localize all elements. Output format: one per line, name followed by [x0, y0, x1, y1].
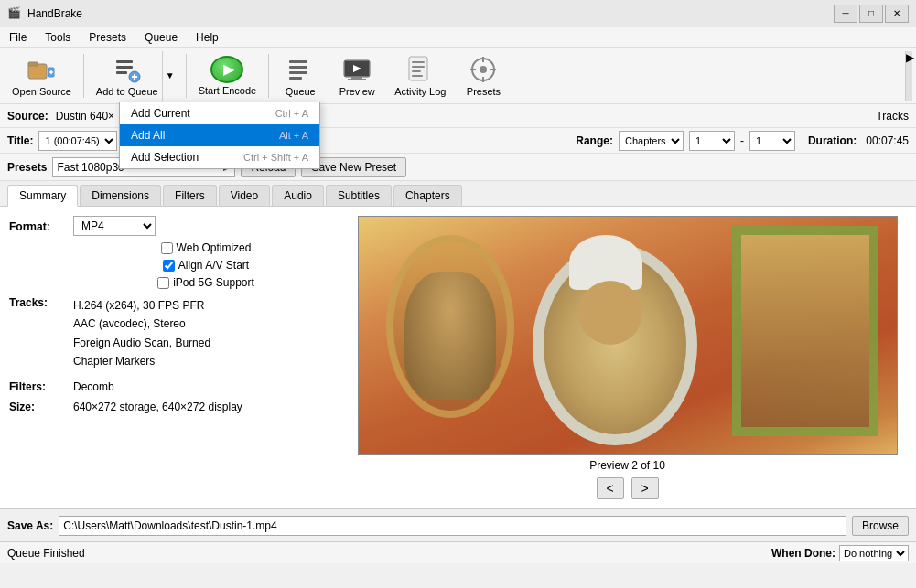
menu-help[interactable]: Help — [187, 27, 228, 47]
queue-button[interactable]: Queue — [273, 51, 328, 101]
tracks-content: H.264 (x264), 30 FPS PFR AAC (avcodec), … — [73, 296, 210, 371]
app-title: HandBrake — [27, 7, 834, 20]
preview-navigation: < > — [597, 477, 659, 499]
saveas-input[interactable] — [59, 516, 846, 536]
titlebar: 🎬 HandBrake ─ □ ✕ — [0, 0, 916, 27]
duration-label: Duration: — [808, 134, 857, 147]
queue-icon — [286, 55, 315, 84]
when-done-section: When Done: Do nothing — [771, 545, 909, 561]
activity-log-icon — [405, 55, 435, 84]
svg-rect-12 — [289, 66, 307, 69]
svg-rect-20 — [409, 57, 427, 80]
add-to-queue-icon — [113, 55, 142, 84]
menu-tools[interactable]: Tools — [36, 27, 80, 47]
preview-image — [358, 216, 898, 455]
track-4: Chapter Markers — [73, 352, 210, 370]
dropdown-add-selection[interactable]: Add Selection Ctrl + Shift + A — [120, 146, 319, 168]
when-done-label: When Done: — [771, 547, 835, 560]
preview-next-button[interactable]: > — [631, 477, 659, 499]
duration-value: 00:07:45 — [866, 134, 909, 147]
sidebar-collapse[interactable]: ▶ — [905, 51, 912, 101]
format-label: Format: — [9, 219, 73, 233]
title-label: Title: — [7, 134, 33, 147]
track-2: AAC (avcodec), Stereo — [73, 315, 210, 333]
dropdown-add-all-label: Add All — [131, 129, 165, 142]
main-content: Format: MP4 Web Optimized Align A/V Star… — [0, 207, 916, 508]
chapter-from-select[interactable]: 1 — [689, 131, 735, 151]
web-optimized-label: Web Optimized — [177, 241, 252, 254]
ipod-support-label: iPod 5G Support — [173, 276, 254, 289]
filters-value: Decomb — [73, 380, 339, 393]
tracks-label: Tracks — [876, 110, 909, 123]
add-to-queue-dropdown-arrow[interactable]: ▼ — [162, 51, 178, 101]
add-to-queue-button[interactable]: Add to Queue ▼ — [88, 51, 182, 101]
range-dash: - — [740, 134, 744, 147]
align-av-checkbox[interactable] — [163, 260, 175, 272]
menubar: File Tools Presets Queue Help — [0, 27, 916, 48]
source-label: Source: — [7, 110, 48, 123]
dropdown-add-current-shortcut: Ctrl + A — [275, 108, 308, 119]
presets-icon — [469, 55, 498, 84]
filters-label: Filters: — [9, 380, 73, 393]
start-encode-button[interactable]: ▶ Start Encode — [190, 51, 265, 101]
svg-rect-23 — [412, 70, 421, 72]
app-icon: 🎬 — [7, 6, 22, 21]
activity-log-button[interactable]: Activity Log — [386, 51, 454, 101]
source-value: Dustin 640× — [56, 110, 114, 123]
format-content: MP4 — [73, 216, 339, 236]
svg-rect-13 — [289, 71, 307, 74]
checkboxes-row: Web Optimized Align A/V Start iPod 5G Su… — [73, 241, 339, 291]
menu-file[interactable]: File — [0, 27, 36, 47]
svg-rect-5 — [116, 60, 133, 63]
maximize-button[interactable]: □ — [859, 5, 883, 23]
align-av-row: Align A/V Start — [163, 259, 249, 272]
tab-filters[interactable]: Filters — [163, 185, 217, 206]
tab-audio[interactable]: Audio — [272, 185, 324, 206]
open-source-button[interactable]: Open Source — [4, 51, 80, 101]
menu-presets[interactable]: Presets — [80, 27, 135, 47]
dropdown-add-all[interactable]: Add All Alt + A — [120, 124, 319, 146]
svg-rect-19 — [348, 79, 366, 80]
close-button[interactable]: ✕ — [885, 5, 909, 23]
when-done-select[interactable]: Do nothing — [839, 545, 909, 561]
size-label: Size: — [9, 401, 73, 413]
tab-video[interactable]: Video — [219, 185, 270, 206]
tabs: Summary Dimensions Filters Video Audio S… — [0, 181, 916, 207]
queue-label: Queue — [286, 86, 316, 97]
left-panel: Format: MP4 Web Optimized Align A/V Star… — [9, 216, 339, 499]
toolbar-separator-1 — [83, 54, 84, 98]
browse-button[interactable]: Browse — [852, 516, 909, 536]
minimize-button[interactable]: ─ — [834, 5, 857, 23]
ipod-support-checkbox[interactable] — [157, 277, 169, 289]
format-select[interactable]: MP4 — [73, 216, 156, 236]
chapter-to-select[interactable]: 1 — [749, 131, 795, 151]
svg-rect-24 — [412, 75, 423, 77]
svg-rect-6 — [116, 66, 133, 69]
right-panel: Preview 2 of 10 < > — [348, 216, 907, 499]
statusbar: Queue Finished When Done: Do nothing — [0, 541, 916, 563]
tracks-section-label: Tracks: — [9, 296, 73, 309]
title-select[interactable]: 1 (00:07:45) — [38, 131, 117, 151]
tab-subtitles[interactable]: Subtitles — [326, 185, 392, 206]
chapters-select[interactable]: Chapters — [619, 131, 684, 151]
preview-prev-button[interactable]: < — [597, 477, 624, 499]
tab-summary[interactable]: Summary — [7, 185, 78, 207]
ipod-support-row: iPod 5G Support — [157, 276, 254, 289]
open-source-icon — [27, 55, 56, 84]
web-optimized-checkbox[interactable] — [161, 242, 173, 254]
svg-rect-21 — [412, 61, 425, 63]
preview-button[interactable]: Preview — [329, 51, 384, 101]
track-3: Foreign Audio Scan, Burned — [73, 334, 210, 352]
dropdown-add-selection-shortcut: Ctrl + Shift + A — [243, 152, 308, 163]
tab-chapters[interactable]: Chapters — [393, 185, 462, 206]
toolbar-separator-2 — [186, 54, 187, 98]
toolbar-separator-3 — [268, 54, 269, 98]
start-encode-label: Start Encode — [199, 85, 257, 96]
dropdown-add-current[interactable]: Add Current Ctrl + A — [120, 102, 319, 124]
svg-rect-14 — [289, 77, 302, 80]
tab-dimensions[interactable]: Dimensions — [80, 185, 161, 206]
menu-queue[interactable]: Queue — [135, 27, 187, 47]
queue-status: Queue Finished — [7, 547, 85, 560]
presets-button[interactable]: Presets — [456, 51, 511, 101]
svg-rect-1 — [28, 62, 38, 66]
